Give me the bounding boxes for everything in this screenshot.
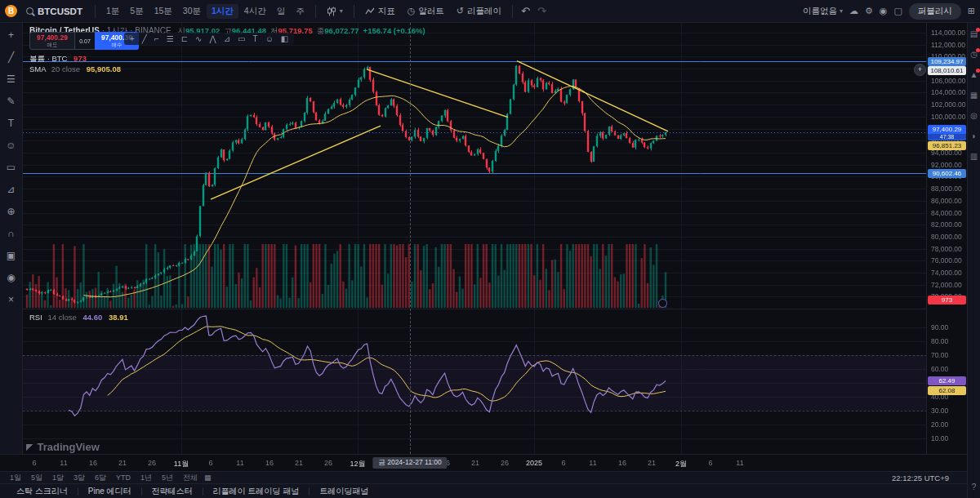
alert-button[interactable]: ◷ 알러트 xyxy=(403,4,449,19)
undo-button[interactable]: ↶ xyxy=(519,5,532,17)
favorite-horizontal-lines-icon[interactable]: ☰ xyxy=(167,34,174,43)
rsi-legend[interactable]: RSI 14 close 44.60 38.91 xyxy=(29,313,128,322)
favorite-emoji-icon[interactable]: ☺ xyxy=(265,34,274,43)
text-tool[interactable]: T xyxy=(3,117,20,130)
redo-button[interactable]: ↷ xyxy=(535,5,549,17)
range-button[interactable]: 3달 xyxy=(69,473,90,483)
zoom-tool[interactable]: ⊕ xyxy=(3,205,20,218)
pane-divider[interactable] xyxy=(23,309,967,309)
range-button[interactable]: 5일 xyxy=(26,473,47,483)
timeframe-button[interactable]: 30분 xyxy=(178,4,206,19)
trendline-tool[interactable]: ╱ xyxy=(3,51,20,64)
range-button[interactable]: YTD xyxy=(111,474,136,482)
bottom-tab[interactable]: 트레이딩패널 xyxy=(310,486,378,497)
volume-axis-label: 973 xyxy=(928,296,966,305)
timeframe-button[interactable]: 15분 xyxy=(149,4,177,19)
favorite-channel-icon[interactable]: ⊏ xyxy=(181,34,188,43)
favorite-trend-line-icon[interactable]: ╱ xyxy=(142,34,147,43)
volume-legend[interactable]: 볼륨 · BTC 973 xyxy=(29,54,87,64)
timeframe-group: 1분5분15분30분1시간4시간일주 xyxy=(101,4,310,19)
timeframe-button[interactable]: 1시간 xyxy=(207,4,238,19)
favorite-ray-icon[interactable]: ⌐ xyxy=(154,34,159,43)
range-button[interactable]: 전체 xyxy=(178,473,203,483)
hotlists-icon[interactable]: ▲ xyxy=(970,71,978,79)
cloud-save-icon[interactable]: ☁ xyxy=(849,7,858,16)
sell-button[interactable]: 97,400.29 매도 xyxy=(29,32,75,50)
main-chart-canvas[interactable] xyxy=(23,23,926,309)
replay-button[interactable]: ↺ 리플레이 xyxy=(452,4,506,19)
add-alert-icon[interactable]: + xyxy=(914,64,926,76)
eye-tool[interactable]: ◉ xyxy=(3,271,20,284)
timeframe-button[interactable]: 1분 xyxy=(101,4,124,19)
crosshair-date-label: 금 2024-12-27 11:00 xyxy=(372,457,447,469)
fullscreen-icon[interactable]: ▢ xyxy=(893,7,902,16)
camera-icon[interactable]: ◉ xyxy=(880,7,888,16)
favorite-more-icon[interactable]: ◧ xyxy=(281,34,288,43)
timeframe-button[interactable]: 5분 xyxy=(125,4,148,19)
price-scale[interactable]: 109,234.97 108,010.61 97,400.29 47:38 96… xyxy=(926,23,968,454)
sell-price: 97,400.29 xyxy=(37,34,68,42)
range-button[interactable]: 1달 xyxy=(47,473,69,483)
symbol-name: BTCUSDT xyxy=(38,7,82,16)
magnet-tool[interactable]: ∩ xyxy=(3,227,20,240)
publish-button[interactable]: 퍼블리시 xyxy=(909,3,961,20)
measure-tool[interactable]: ⊿ xyxy=(3,183,20,196)
data-window-icon[interactable]: ▥ xyxy=(970,153,978,161)
favorite-text-icon[interactable]: T xyxy=(253,34,258,43)
time-scale[interactable]: 금 2024-12-27 11:00 61116212611월611162126… xyxy=(0,454,967,472)
timeframe-button[interactable]: 일 xyxy=(272,4,291,19)
emoji-tool[interactable]: ☺ xyxy=(3,139,20,152)
chart-type-button[interactable]: ▾ xyxy=(322,5,348,18)
bottom-tab[interactable]: 전략테스터 xyxy=(142,486,203,497)
range-button[interactable]: 6달 xyxy=(90,473,111,483)
tradingview-watermark[interactable]: ◤ TradingView xyxy=(26,441,100,453)
ideas-icon[interactable]: ◎ xyxy=(970,112,978,120)
go-to-date-icon[interactable]: ▦ xyxy=(204,474,212,482)
range-button[interactable]: 5년 xyxy=(157,473,178,483)
price-axis-label: 112,000.00 xyxy=(931,41,965,49)
price-axis-label: 72,000.00 xyxy=(931,281,962,289)
divider xyxy=(315,5,316,18)
crosshair-tool[interactable]: + xyxy=(3,29,20,42)
indicators-button[interactable]: 지표 xyxy=(360,4,400,19)
event-marker-icon[interactable] xyxy=(658,299,667,308)
fib-tool[interactable]: ☰ xyxy=(3,73,20,86)
sma-legend-value: 95,905.08 xyxy=(87,64,121,73)
clock-utc[interactable]: 22:12:25 UTC+9 xyxy=(892,474,949,482)
lock-tool[interactable]: ▣ xyxy=(3,249,20,262)
brush-tool[interactable]: ✎ xyxy=(3,95,20,108)
sma-legend[interactable]: SMA 20 close 95,905.08 xyxy=(29,64,121,73)
time-axis-label: 16 xyxy=(618,459,626,467)
gear-icon[interactable]: ⚙ xyxy=(865,7,873,16)
help-icon[interactable]: ? xyxy=(972,483,977,491)
bottom-tab[interactable]: Pine 에디터 xyxy=(78,486,141,497)
favorite-triangle-icon[interactable]: ⊿ xyxy=(224,34,230,43)
calendar-icon[interactable]: ▦ xyxy=(970,91,978,100)
tradingview-logo-icon: ◤ xyxy=(26,442,33,452)
price-axis-label: 76,000.00 xyxy=(931,256,962,265)
rsi-pane-canvas[interactable] xyxy=(23,309,926,454)
sma-legend-title: SMA xyxy=(29,64,46,73)
ohlc-value: 96,072.77 xyxy=(324,26,359,35)
alerts-icon[interactable]: ◷ xyxy=(970,51,978,59)
time-axis-label: 26 xyxy=(501,459,509,467)
last-price-label: 97,400.29 47:38 xyxy=(928,125,966,140)
favorite-crosshair-icon[interactable]: + xyxy=(130,34,135,43)
tradingview-logo-text: TradingView xyxy=(37,441,99,453)
favorite-zigzag-icon[interactable]: ⋀ xyxy=(209,34,216,43)
bottom-tab[interactable]: 리플레이 트레이딩 패널 xyxy=(203,486,310,497)
favorite-rectangle-icon[interactable]: ▭ xyxy=(238,34,245,43)
timeframe-button[interactable]: 주 xyxy=(291,4,310,19)
bottom-tab[interactable]: 스탁 스크리너 xyxy=(7,486,78,497)
shapes-tool[interactable]: ▭ xyxy=(3,161,20,174)
range-button[interactable]: 1일 xyxy=(5,473,26,483)
timeframe-button[interactable]: 4시간 xyxy=(239,4,271,19)
layout-grid-icon[interactable]: ⊞ xyxy=(968,7,975,16)
watchlist-icon[interactable]: ▤ xyxy=(970,30,978,38)
symbol-search[interactable]: BTCUSDT xyxy=(23,5,89,18)
trash-tool[interactable]: × xyxy=(3,293,20,306)
chat-icon[interactable]: ◗ xyxy=(971,132,976,140)
range-button[interactable]: 1년 xyxy=(136,473,157,483)
layout-name-button[interactable]: 이름없음 ▾ xyxy=(803,6,843,17)
favorite-curve-icon[interactable]: ∿ xyxy=(195,34,202,43)
